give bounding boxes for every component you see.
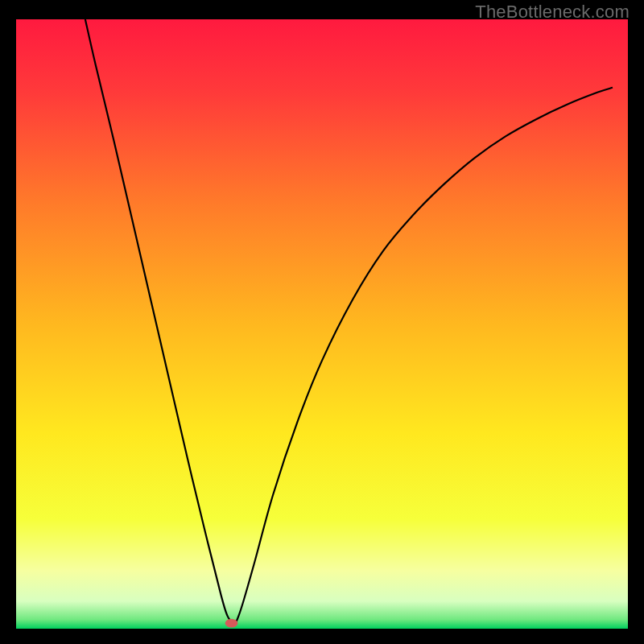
optimum-marker — [225, 619, 238, 628]
plot-background — [16, 19, 628, 629]
bottleneck-chart — [0, 0, 644, 644]
watermark-text: TheBottleneck.com — [475, 2, 630, 23]
chart-container: TheBottleneck.com — [0, 0, 644, 644]
